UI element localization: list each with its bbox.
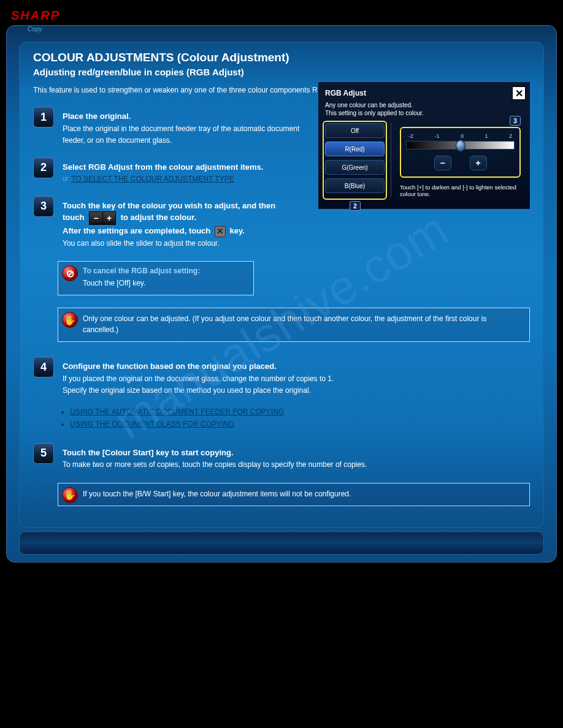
link-feeder[interactable]: USING THE AUTOMATIC DOCUMENT FEEDER FOR … [70, 408, 284, 416]
close-icon[interactable]: ✕ [512, 86, 526, 100]
step-4-title: Configure the function based on the orig… [63, 362, 277, 371]
cancel-note-head: To cancel the RGB adjust setting: [83, 267, 247, 275]
step-4-detail: If you placed the original on the docume… [63, 374, 334, 383]
list-item: USING THE DOCUMENT GLASS FOR COPYING [70, 420, 530, 428]
tick-p2: 2 [509, 133, 512, 139]
tick-0: 0 [461, 133, 464, 139]
ui-sub: Any one colour can be adjusted. This set… [325, 101, 523, 117]
link-glass[interactable]: USING THE DOCUMENT GLASS FOR COPYING [70, 420, 234, 428]
minus-icon: − [89, 211, 102, 225]
step-2-title: Select RGB Adjust from the colour adjust… [63, 162, 263, 172]
step-4: 4 Configure the function based on the or… [33, 357, 530, 396]
tone-slider[interactable] [406, 141, 515, 150]
outer-panel: Copy COLOUR ADJUSTMENTS (Colour Adjustme… [6, 25, 557, 563]
slider-help: Touch [+] to darken and [-] to lighten s… [400, 184, 521, 197]
one-colour-note: ✋ Only one colour can be adjusted. (If y… [58, 308, 530, 342]
step-number-2: 2 [33, 157, 54, 178]
option-green[interactable]: G(Green) [325, 160, 385, 175]
callout-3-outline: -2 -1 0 1 2 − + [400, 127, 521, 178]
list-item: USING THE AUTOMATIC DOCUMENT FEEDER FOR … [70, 408, 530, 416]
step-3-text-c: After the settings are completed, touch [63, 226, 210, 235]
option-blue[interactable]: B(Blue) [325, 178, 385, 193]
colour-options: Off R(Red) G(Green) B(Blue) 2 [325, 123, 391, 197]
rgb-adjust-screenshot: ✕ RGB Adjust Any one colour can be adjus… [318, 82, 530, 209]
step-number-3: 3 [33, 196, 54, 217]
step-number-5: 5 [33, 443, 54, 464]
plus-button[interactable]: + [470, 156, 487, 170]
step-1: 1 Place the original. Place the original… [33, 107, 312, 146]
step-3: 3 Touch the key of the colour you wish t… [33, 196, 312, 249]
cancel-note: ⊘ To cancel the RGB adjust setting: Touc… [58, 261, 254, 295]
page-title: COLOUR ADJUSTMENTS (Colour Adjustment) [33, 51, 530, 64]
tick-m2: -2 [408, 133, 413, 139]
step-5-title: Touch the [Colour Start] key to start co… [63, 448, 234, 457]
footer-band [19, 531, 544, 555]
step-1-title: Place the original. [63, 112, 131, 121]
step-3-slider-note: You can also slide the slider to adjust … [63, 239, 220, 248]
minus-button[interactable]: − [434, 156, 451, 170]
step-3-text-d: key. [230, 226, 245, 235]
bw-note: ✋ If you touch the [B/W Start] key, the … [58, 483, 530, 506]
page-subtitle: Adjusting red/green/blue in copies (RGB … [33, 67, 530, 77]
stop-icon: ✋ [62, 312, 78, 328]
slider-ticks: -2 -1 0 1 2 [406, 133, 515, 139]
callout-badge-3: 3 [510, 116, 521, 126]
tab-label: Copy [28, 26, 42, 32]
callout-badge-2: 2 [350, 201, 361, 211]
step-2-link[interactable]: TO SELECT THE COLOUR ADJUSTMENT TYPE [71, 175, 234, 183]
slider-area: 3 -2 -1 0 1 2 [391, 123, 523, 197]
close-key-icon: ✕ [215, 226, 226, 237]
ui-sub-1: Any one colour can be adjusted. [325, 102, 413, 108]
placement-links: USING THE AUTOMATIC DOCUMENT FEEDER FOR … [70, 408, 530, 428]
option-red[interactable]: R(Red) [325, 142, 385, 156]
ui-sub-2: This setting is only applied to colour. [325, 110, 424, 116]
slider-knob[interactable] [456, 140, 465, 152]
cancel-note-body: Touch the [Off] key. [83, 278, 247, 289]
step-1-detail: Place the original in the document feede… [63, 124, 299, 145]
step-5-detail: To make two or more sets of copies, touc… [63, 460, 367, 469]
brand-logo: SHARP [6, 6, 557, 25]
step-number-4: 4 [33, 357, 54, 377]
stop-icon: ✋ [62, 487, 78, 503]
plus-icon: + [102, 211, 116, 225]
ui-title: RGB Adjust [325, 89, 523, 97]
plus-minus-icon: − + [89, 211, 116, 225]
step-2: 2 Select RGB Adjust from the colour adju… [33, 157, 312, 185]
step-number-1: 1 [33, 107, 54, 127]
content-panel: COLOUR ADJUSTMENTS (Colour Adjustment) A… [19, 42, 544, 528]
step-4-detail2: Specify the original size based on the m… [63, 386, 311, 395]
option-off[interactable]: Off [325, 123, 385, 138]
tick-p1: 1 [484, 133, 488, 139]
one-colour-note-body: Only one colour can be adjusted. (If you… [83, 313, 523, 335]
step-3-text-b: to adjust the colour. [121, 213, 197, 222]
step-5: 5 Touch the [Colour Start] key to start … [33, 443, 530, 471]
prohibit-icon: ⊘ [62, 265, 78, 281]
tick-m1: -1 [434, 133, 439, 139]
bw-note-body: If you touch the [B/W Start] key, the co… [83, 488, 523, 499]
